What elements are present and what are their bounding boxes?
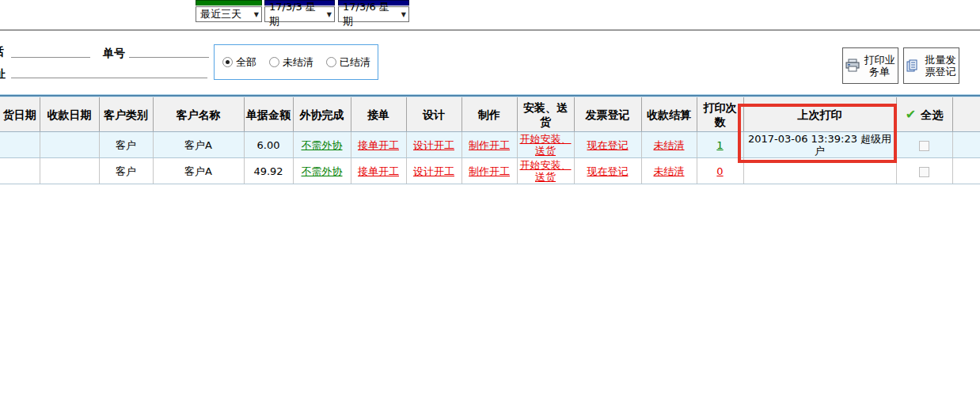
col-empty [952,97,980,132]
select-all-label: 全选 [921,108,943,122]
col-print-count: 打印次数 [697,97,743,132]
col-delivery-date: 货日期 [0,97,40,132]
radio-settled[interactable]: 已结清 [326,55,370,70]
date-to-select[interactable]: 17/3/6 星期 ▼ [338,6,409,22]
order-start-link[interactable]: 接单开工 [351,158,406,184]
date-from-value: 17/3/3 星期 [269,0,324,28]
page: 最近三天 ▼ 17/3/3 星期 ▼ 17/3/6 星期 ▼ 话 单号 址 全部… [0,0,980,394]
date-range-value: 最近三天 [200,7,241,21]
last-print-cell: 2017-03-06 13:39:23 超级用户 [743,132,896,158]
settlement-filter-group: 全部 未结清 已结清 [214,44,378,80]
order-no-input[interactable] [129,44,209,58]
cell-empty [952,132,980,158]
col-select-all: ✔ 全选 [896,97,952,132]
col-last-print: 上次打印 [743,97,896,132]
documents-stack-icon [906,59,921,73]
col-invoice: 发票登记 [574,97,641,132]
divider-line [0,29,980,31]
table-row: 客户 客户A 6.00 不需外协 接单开工 设计开工 制作开工 开始安装、送货 … [0,132,980,158]
col-production: 制作 [462,97,517,132]
date-to-value: 17/3/6 星期 [343,0,398,28]
row-select-cell [896,158,952,184]
last-print-cell [743,158,896,184]
col-payment-date: 收款日期 [40,97,99,132]
batch-invoice-register-label: 批量发票登记 [924,54,957,78]
address-input[interactable] [11,65,207,78]
radio-all[interactable]: 全部 [222,55,256,70]
col-design: 设计 [406,97,462,132]
row-checkbox[interactable] [919,141,929,151]
cell-customer-name: 客户A [153,132,244,158]
col-customer-type: 客户类别 [99,97,153,132]
design-start-link[interactable]: 设计开工 [406,158,462,184]
col-install-delivery: 安装、送货 [517,97,574,132]
chevron-down-icon: ▼ [401,11,406,18]
col-order: 接单 [351,97,406,132]
cell-customer-type: 客户 [99,132,153,158]
print-count-link[interactable]: 0 [697,158,743,184]
cell-payment-date [40,132,99,158]
radio-circle [269,57,279,67]
radio-all-label: 全部 [236,55,256,70]
radio-unsettled[interactable]: 未结清 [269,55,313,70]
outsourcing-link[interactable]: 不需外协 [293,158,351,184]
orders-table: 货日期 收款日期 客户类别 客户名称 单据金额 外协完成 接单 设计 制作 安装… [0,97,980,184]
invoice-register-link[interactable]: 现在登记 [574,132,641,158]
tab-strip-fragment-green [196,0,262,6]
order-start-link[interactable]: 接单开工 [351,132,406,158]
radio-unsettled-label: 未结清 [283,55,313,70]
invoice-register-link[interactable]: 现在登记 [574,158,641,184]
table-header-row: 货日期 收款日期 客户类别 客户名称 单据金额 外协完成 接单 设计 制作 安装… [0,97,980,132]
chevron-down-icon: ▼ [327,11,332,18]
radio-settled-label: 已结清 [340,55,370,70]
address-label-fragment: 址 [0,67,6,81]
col-amount: 单据金额 [244,97,293,132]
row-select-cell [896,132,952,158]
print-business-order-label: 打印业务单 [863,54,896,78]
date-from-select[interactable]: 17/3/3 星期 ▼ [264,6,335,22]
install-delivery-link[interactable]: 开始安装、送货 [517,132,574,158]
cell-customer-name: 客户A [153,158,244,184]
order-no-label: 单号 [103,47,125,61]
production-start-link[interactable]: 制作开工 [462,132,517,158]
cell-empty [952,158,980,184]
chevron-down-icon: ▼ [254,11,259,18]
date-range-select[interactable]: 最近三天 ▼ [196,6,262,22]
table-row: 客户 客户A 49.92 不需外协 接单开工 设计开工 制作开工 开始安装、送货… [0,158,980,184]
green-check-icon[interactable]: ✔ [906,108,916,122]
cell-customer-type: 客户 [99,158,153,184]
cell-delivery-date [0,132,40,158]
cell-amount: 49.92 [244,158,293,184]
design-start-link[interactable]: 设计开工 [406,132,462,158]
cell-amount: 6.00 [244,132,293,158]
cell-delivery-date [0,158,40,184]
col-outsourcing: 外协完成 [293,97,351,132]
settlement-link[interactable]: 未结清 [641,158,697,184]
print-count-link[interactable]: 1 [697,132,743,158]
radio-circle [222,57,233,67]
printer-icon [845,59,860,73]
install-delivery-link[interactable]: 开始安装、送货 [517,158,574,184]
batch-invoice-register-button[interactable]: 批量发票登记 [903,47,959,84]
cell-payment-date [40,158,99,184]
phone-label-fragment: 话 [0,45,4,59]
phone-input[interactable] [11,44,90,58]
col-settlement: 收款结算 [641,97,697,132]
outsourcing-link[interactable]: 不需外协 [293,132,351,158]
settlement-link[interactable]: 未结清 [641,132,697,158]
row-checkbox[interactable] [919,167,929,177]
radio-circle [326,57,336,67]
col-customer-name: 客户名称 [153,97,244,132]
production-start-link[interactable]: 制作开工 [462,158,517,184]
print-business-order-button[interactable]: 打印业务单 [842,47,898,84]
